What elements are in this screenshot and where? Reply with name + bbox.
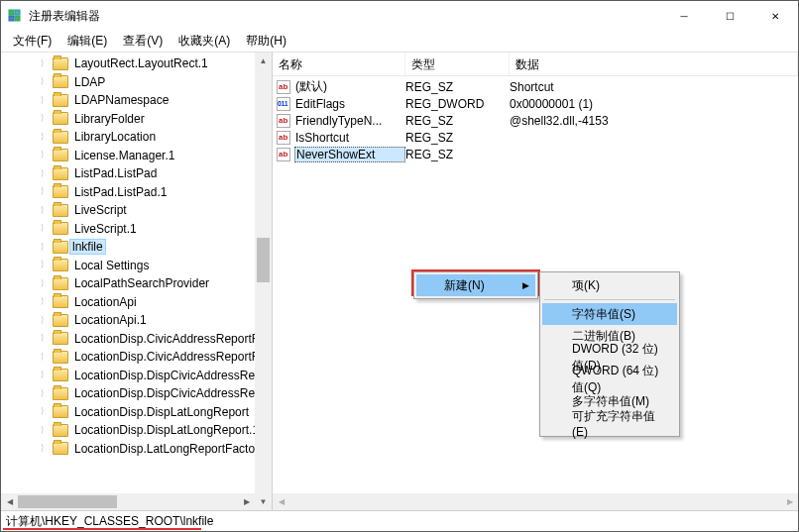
menu-help[interactable]: 帮助(H): [238, 31, 294, 52]
menu-edit[interactable]: 编辑(E): [59, 31, 115, 52]
tree-item[interactable]: 〉LocationDisp.DispCivicAddressReport: [1, 367, 255, 385]
folder-icon: [53, 75, 68, 88]
folder-icon: [53, 387, 68, 400]
chevron-right-icon[interactable]: 〉: [39, 222, 49, 236]
tree-item[interactable]: 〉Local Settings: [1, 257, 255, 275]
tree-horizontal-scrollbar[interactable]: ◀ ▶: [1, 493, 255, 510]
tree-item[interactable]: 〉LDAPNamespace: [1, 91, 255, 110]
minimize-button[interactable]: ─: [661, 1, 707, 31]
chevron-right-icon[interactable]: 〉: [39, 332, 49, 346]
chevron-right-icon[interactable]: 〉: [39, 313, 49, 327]
chevron-right-icon[interactable]: 〉: [39, 56, 49, 70]
tree-vertical-scrollbar[interactable]: ▲ ▼: [255, 53, 272, 510]
chevron-right-icon[interactable]: 〉: [39, 75, 49, 89]
chevron-right-icon[interactable]: 〉: [39, 350, 49, 364]
window-buttons: ─ ☐ ✕: [661, 1, 798, 31]
tree-item[interactable]: 〉LayoutRect.LayoutRect.1: [1, 54, 255, 73]
folder-icon: [53, 332, 68, 345]
tree-item[interactable]: 〉License.Manager.1: [1, 147, 255, 165]
value-row[interactable]: NeverShowExtREG_SZ: [273, 146, 798, 162]
tree-item[interactable]: 〉LiveScript: [1, 201, 255, 220]
scroll-thumb[interactable]: [257, 238, 270, 282]
value-row[interactable]: EditFlagsREG_DWORD0x00000001 (1): [273, 95, 798, 112]
tree-item[interactable]: 〉LocationDisp.DispLatLongReport: [1, 403, 255, 422]
ctx-new[interactable]: 新建(N) ▶: [416, 274, 535, 296]
tree-item[interactable]: 〉LocationDisp.DispLatLongReport.1: [1, 421, 255, 440]
scroll-thumb[interactable]: [18, 495, 117, 508]
chevron-right-icon[interactable]: 〉: [39, 295, 49, 309]
maximize-button[interactable]: ☐: [707, 1, 752, 31]
svg-rect-1: [15, 10, 20, 15]
ctx-string-value[interactable]: 字符串值(S): [542, 303, 677, 325]
ctx-expand-value[interactable]: 可扩充字符串值(E): [542, 412, 677, 434]
value-name: IsShortcut: [294, 131, 405, 145]
folder-icon: [53, 259, 68, 271]
scroll-up-icon[interactable]: ▲: [255, 53, 272, 69]
chevron-right-icon[interactable]: 〉: [39, 112, 49, 126]
tree-item[interactable]: 〉LocationDisp.CivicAddressReportFactory.…: [1, 348, 255, 367]
scroll-track[interactable]: [18, 493, 238, 510]
menu-favorites[interactable]: 收藏夹(A): [171, 31, 238, 52]
chevron-right-icon[interactable]: 〉: [39, 93, 49, 107]
tree-item-label: LDAPNamespace: [72, 93, 171, 107]
folder-icon: [53, 185, 68, 198]
chevron-right-icon[interactable]: 〉: [39, 240, 49, 254]
chevron-right-icon[interactable]: 〉: [39, 149, 49, 162]
value-row[interactable]: (默认)REG_SZShortcut: [273, 78, 798, 95]
tree-item[interactable]: 〉ListPad.ListPad: [1, 164, 255, 183]
scroll-down-icon[interactable]: ▼: [255, 493, 272, 510]
tree-item-label: LiveScript.1: [72, 222, 139, 236]
menu-file[interactable]: 文件(F): [5, 31, 59, 52]
tree-item[interactable]: 〉LDAP: [1, 73, 255, 92]
chevron-right-icon[interactable]: 〉: [39, 203, 49, 217]
chevron-right-icon[interactable]: 〉: [39, 130, 49, 144]
tree-item[interactable]: 〉LibraryFolder: [1, 110, 255, 129]
chevron-right-icon[interactable]: 〉: [39, 405, 49, 419]
scroll-track[interactable]: [255, 69, 272, 493]
values-list[interactable]: (默认)REG_SZShortcutEditFlagsREG_DWORD0x00…: [273, 76, 798, 162]
tree-item-label: LocationDisp.DispLatLongReport: [72, 405, 251, 419]
folder-icon: [53, 204, 68, 217]
tree-item[interactable]: 〉LocalPathSearchProvider: [1, 274, 255, 293]
chevron-right-icon[interactable]: 〉: [39, 386, 49, 400]
tree-item[interactable]: 〉lnkfile: [1, 238, 255, 257]
tree-item[interactable]: 〉LocationDisp.DispCivicAddressReport.1: [1, 384, 255, 403]
value-row[interactable]: IsShortcutREG_SZ: [273, 129, 798, 146]
scroll-right-icon[interactable]: ▶: [238, 493, 255, 510]
tree-item[interactable]: 〉LocationApi.1: [1, 311, 255, 330]
tree-view[interactable]: 〉LayoutRect.LayoutRect.1〉LDAP〉LDAPNamesp…: [1, 53, 255, 493]
values-horizontal-scrollbar[interactable]: ◀ ▶: [273, 493, 798, 510]
tree-item[interactable]: 〉LocationDisp.CivicAddressReportFactory: [1, 330, 255, 349]
chevron-right-icon[interactable]: 〉: [39, 276, 49, 290]
tree-item[interactable]: 〉LocationApi: [1, 293, 255, 312]
column-data[interactable]: 数据: [510, 53, 798, 75]
folder-icon: [53, 131, 68, 144]
close-button[interactable]: ✕: [752, 1, 798, 31]
column-type[interactable]: 类型: [405, 53, 510, 75]
column-name[interactable]: 名称: [273, 53, 405, 75]
chevron-right-icon[interactable]: 〉: [39, 369, 49, 382]
scroll-left-icon[interactable]: ◀: [1, 493, 18, 510]
chevron-right-icon[interactable]: 〉: [39, 423, 49, 437]
chevron-right-icon[interactable]: 〉: [39, 259, 49, 272]
value-name: EditFlags: [294, 97, 405, 111]
chevron-right-icon[interactable]: 〉: [39, 166, 49, 180]
tree-item-label: LocationDisp.DispCivicAddressReport.1: [72, 386, 255, 400]
context-submenu-new: 项(K) 字符串值(S) 二进制值(B) DWORD (32 位)值(D) QW…: [539, 271, 680, 437]
ctx-expand-label: 可扩充字符串值(E): [572, 408, 659, 439]
svg-rect-2: [9, 16, 14, 21]
chevron-right-icon[interactable]: 〉: [39, 442, 49, 456]
value-row[interactable]: FriendlyTypeN...REG_SZ@shell32.dll,-4153: [273, 112, 798, 129]
ctx-qword-value[interactable]: QWORD (64 位)值(Q): [542, 369, 677, 390]
ctx-key[interactable]: 项(K): [542, 274, 677, 296]
chevron-right-icon[interactable]: 〉: [39, 185, 49, 199]
folder-icon: [53, 241, 68, 254]
value-type: REG_SZ: [405, 80, 510, 94]
tree-item[interactable]: 〉LiveScript.1: [1, 220, 255, 239]
menu-view[interactable]: 查看(V): [115, 31, 171, 52]
tree-item[interactable]: 〉LocationDisp.LatLongReportFactory: [1, 440, 255, 459]
tree-item-label: LocationApi.1: [72, 313, 149, 327]
tree-item[interactable]: 〉ListPad.ListPad.1: [1, 183, 255, 202]
tree-item[interactable]: 〉LibraryLocation: [1, 128, 255, 147]
folder-icon: [53, 94, 68, 107]
